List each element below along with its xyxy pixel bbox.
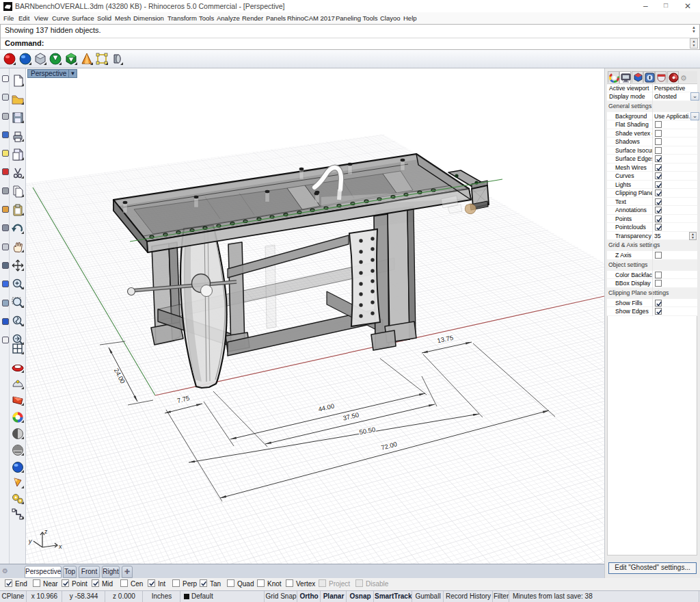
svg-text:z: z (44, 528, 48, 535)
svg-text:x: x (59, 543, 62, 550)
svg-text:y: y (28, 538, 32, 545)
